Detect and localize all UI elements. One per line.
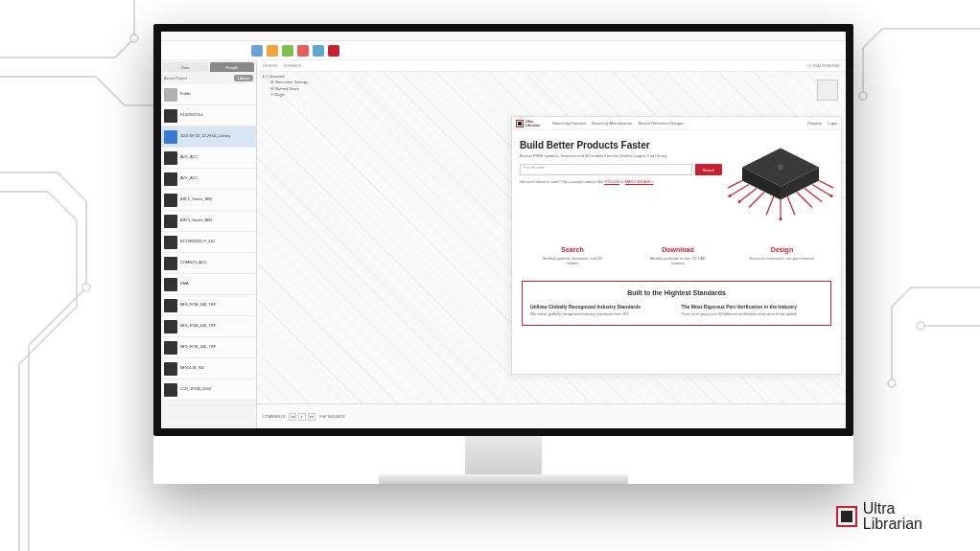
tree-item[interactable]: Named Views [275,86,299,91]
svg-point-14 [830,195,833,197]
svg-point-3 [859,92,867,100]
part-name: IMG_FCM_046_TBP [180,324,216,328]
sidebar: Data People Active Project Library Folde… [161,60,257,428]
ul-nav: Search by Keyword Search by Manufacturer… [552,121,684,126]
svg-point-9 [778,165,783,171]
browser-tree: ▸ □ Unsaved ⚙ Document Settings 👁 Named … [263,74,330,99]
part-item[interactable]: F10250073.d [161,105,256,126]
project-header: Active Project [164,76,187,80]
hero-section: Build Better Products Faster Access FREE… [512,130,841,237]
standards-box: Built to the Hightest Standards Utilizes… [522,281,831,325]
svg-point-4 [888,379,896,387]
hero-title: Build Better Products Faster [520,140,722,150]
part-item[interactable]: COMM21_ACC [161,253,256,274]
part-thumb-icon [164,299,177,312]
tree-item[interactable]: Origin [274,92,285,97]
part-thumb-icon [164,383,177,397]
part-item[interactable]: EMA [161,274,256,295]
standards-col-2: The Most Rigorous Part Verification in t… [682,304,824,316]
part-name: BC70003205 F_410 [180,240,215,243]
part-name: IMG_FCM_046_TBP [180,345,216,349]
part-thumb-icon [164,236,177,249]
svg-point-2 [82,284,90,291]
hero-subtitle: Access FREE symbols, footprints and 3D m… [520,153,722,158]
prev-icon[interactable]: ◂◂ [289,413,296,421]
part-item[interactable]: AVX_ACC [161,169,256,190]
part-item[interactable]: LCD_JFCM_9234 [161,379,256,401]
part-item[interactable]: AIN 5_Series_MIN [161,190,256,211]
ul-auth: Register Login [807,121,837,126]
register-link[interactable]: Register [807,121,822,126]
toolbar-icon[interactable] [267,45,278,57]
sample-link-2[interactable]: MAX17650ATE+ [625,179,654,184]
part-name: Folder [180,92,191,96]
ul-header: UltraLibrarian Search by Keyword Search … [512,117,841,130]
part-thumb-icon [164,362,177,376]
tab-people[interactable]: People [210,62,255,72]
part-thumb-icon [164,172,177,186]
search-row: Part Number Search [520,164,722,175]
part-item[interactable]: AIN 5_Series_MIN [161,211,256,232]
toolbar-icon[interactable] [282,45,293,57]
part-name: IMG5118_932 [180,366,204,370]
part-item[interactable]: IMG_FCM_046_TBP [161,295,256,316]
part-item[interactable]: Folder [161,84,256,105]
part-name: AIN 5_Series_MIN [180,218,212,222]
standards-title: Built to the Hightest Standards [530,289,823,296]
hero-chip-art [728,140,833,227]
nav-search-manufacturer[interactable]: Search by Manufacturer [592,121,633,126]
monitor-bezel: Data People Active Project Library Folde… [153,24,853,436]
part-name: IMG_FCM_046_TBP [180,303,216,307]
part-item[interactable]: AVX_ACC [161,148,256,169]
canvas-tab[interactable]: ULTRALIBRARIAN [807,63,840,68]
canvas-tab[interactable]: SURFACE [283,63,301,68]
app-toolbar [161,41,846,60]
tree-item[interactable]: Document Settings [275,80,308,84]
part-thumb-icon [164,278,177,291]
play-icon[interactable]: ▸ [298,413,306,421]
part-list: FolderF10250073.d2021 09 10_10 29 04_Lib… [161,84,256,428]
svg-point-12 [738,200,741,203]
part-thumb-icon [164,130,177,144]
part-thumb-icon [164,88,177,102]
toolbar-icon[interactable] [251,45,263,57]
monitor-stand [465,436,542,474]
next-icon[interactable]: ▸▸ [308,413,315,421]
tab-data[interactable]: Data [163,62,208,72]
feature-search: SearchVerified symbols, footprints, and … [539,246,606,265]
svg-point-11 [729,195,732,197]
brand-logo: Ultra Librarian [836,501,922,532]
part-number-input[interactable]: Part Number [520,164,692,175]
part-name: AIN 5_Series_MIN [180,197,212,201]
ultralibrarian-toolbar-icon[interactable] [328,45,339,57]
feature-design: DesignFocus on innovation, not part crea… [750,246,814,265]
nav-reference-designs[interactable]: Search Reference Designs [638,121,684,126]
canvas-tab[interactable]: DESIGN [263,63,277,68]
login-link[interactable]: Login [828,121,837,126]
ultralibrarian-panel: UltraLibrarian Search by Keyword Search … [511,116,842,375]
svg-point-15 [780,218,782,220]
part-item[interactable]: IMG_FCM_046_TBP [161,337,256,358]
part-item[interactable]: IMG_FCM_046_TBP [161,316,256,337]
part-item[interactable]: BC70003205 F_410 [161,232,256,253]
library-button[interactable]: Library [234,75,253,81]
standards-col-1: Utilizes Globally Recognized Industry St… [530,304,672,316]
view-cube[interactable] [817,80,838,101]
toolbar-icon[interactable] [313,45,324,57]
part-item[interactable]: 2021 09 10_10 29 04_Library [161,126,256,148]
brand-text: Ultra Librarian [863,501,922,532]
search-button[interactable]: Search [695,164,722,175]
nav-search-keyword[interactable]: Search by Keyword [552,121,586,126]
part-thumb-icon [164,194,177,207]
toolbar-icon[interactable] [297,45,309,57]
part-thumb-icon [164,320,177,333]
tree-root[interactable]: Unsaved [269,74,285,79]
comments-label: COMMENTS [263,414,285,419]
3d-canvas[interactable]: UltraLibrarian Search by Keyword Search … [257,72,846,403]
main-area: Data People Active Project Library Folde… [161,60,846,428]
feature-download: DownloadModels available in over 20 CAD … [644,246,712,265]
ul-logo-icon: UltraLibrarian [516,120,545,127]
part-item[interactable]: IMG5118_932 [161,358,256,379]
part-thumb-icon [164,341,177,355]
sample-link-1[interactable]: TCK-049 [604,179,619,184]
